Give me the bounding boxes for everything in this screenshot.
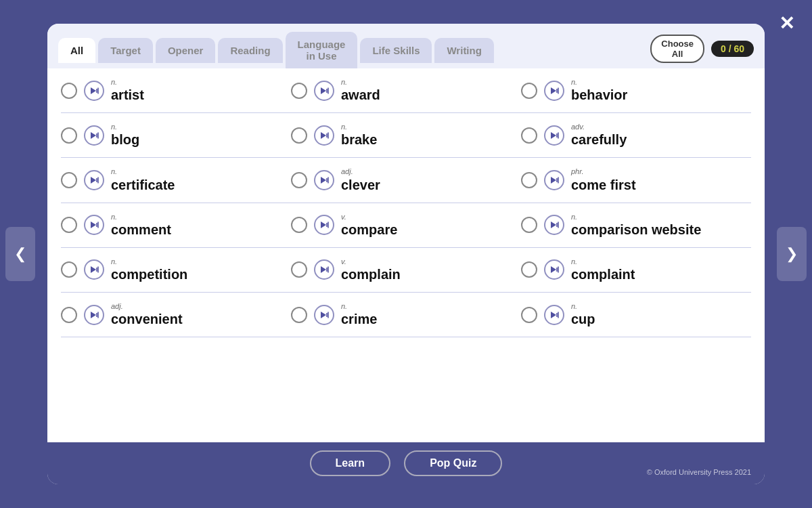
word-select-radio[interactable] [291, 172, 307, 188]
word-pos: n. [111, 257, 187, 266]
word-info: n.brake [341, 123, 377, 148]
word-info: adj.convenient [111, 302, 183, 327]
audio-button[interactable] [314, 170, 334, 190]
audio-button[interactable] [314, 125, 334, 146]
word-info: n.complaint [571, 257, 635, 282]
word-pos: v. [341, 257, 401, 266]
tab-reading[interactable]: Reading [218, 38, 282, 63]
word-text: complain [341, 266, 401, 282]
word-row: n.competition v.complain n.complaint [61, 248, 751, 293]
word-text: complaint [571, 266, 635, 282]
svg-marker-9 [91, 132, 96, 139]
svg-marker-6 [551, 87, 556, 94]
word-info: v.complain [341, 257, 401, 282]
word-info: phr.come first [571, 167, 636, 192]
word-select-radio[interactable] [521, 172, 537, 188]
word-info: adv.carefully [571, 123, 627, 148]
word-item: n.certificate [61, 167, 291, 192]
word-text: convenient [111, 311, 183, 327]
word-select-radio[interactable] [521, 307, 537, 323]
word-select-radio[interactable] [291, 127, 307, 144]
tab-target[interactable]: Target [98, 38, 153, 63]
word-select-radio[interactable] [61, 127, 77, 144]
word-select-radio[interactable] [521, 127, 537, 144]
tab-opener[interactable]: Opener [156, 38, 216, 63]
word-pos: n. [111, 78, 144, 87]
nav-left-button[interactable]: ❮ [5, 227, 35, 281]
pop-quiz-button[interactable]: Pop Quiz [404, 450, 502, 476]
audio-button[interactable] [544, 305, 564, 325]
word-select-radio[interactable] [61, 217, 77, 233]
word-item: n.brake [291, 123, 521, 148]
word-item: n.artist [61, 78, 291, 103]
audio-button[interactable] [84, 305, 104, 325]
word-select-radio[interactable] [291, 261, 307, 278]
svg-marker-48 [321, 312, 326, 318]
svg-marker-33 [551, 221, 556, 228]
tab-all[interactable]: All [58, 38, 95, 63]
word-item: n.comment [61, 213, 291, 238]
svg-marker-12 [321, 132, 326, 139]
audio-button[interactable] [544, 259, 564, 280]
tab-language-in-use[interactable]: Languagein Use [286, 32, 358, 68]
audio-button[interactable] [544, 215, 564, 235]
svg-marker-36 [91, 266, 96, 273]
svg-marker-24 [551, 177, 556, 184]
word-item: phr.come first [521, 167, 751, 192]
word-item: adv.carefully [521, 123, 751, 148]
audio-button[interactable] [544, 81, 564, 101]
word-select-radio[interactable] [61, 83, 77, 99]
audio-button[interactable] [314, 81, 334, 101]
choose-all-button[interactable]: ChooseAll [650, 35, 704, 63]
audio-button[interactable] [314, 305, 334, 325]
audio-button[interactable] [84, 125, 104, 146]
word-info: n.crime [341, 302, 377, 327]
audio-button[interactable] [84, 259, 104, 280]
svg-marker-3 [321, 87, 326, 94]
word-select-radio[interactable] [291, 307, 307, 323]
audio-button[interactable] [314, 259, 334, 280]
word-item: n.crime [291, 302, 521, 327]
audio-button[interactable] [84, 170, 104, 190]
word-pos: v. [341, 213, 397, 221]
tab-life-skills[interactable]: Life Skills [360, 38, 432, 63]
tab-writing[interactable]: Writing [434, 38, 493, 63]
word-select-radio[interactable] [61, 172, 77, 188]
audio-button[interactable] [84, 81, 104, 101]
word-text: comparison website [571, 221, 701, 238]
word-info: n.blog [111, 123, 139, 148]
audio-button[interactable] [314, 215, 334, 235]
word-info: n.comparison website [571, 213, 701, 238]
word-select-radio[interactable] [291, 83, 307, 99]
word-info: n.competition [111, 257, 187, 282]
word-text: crime [341, 311, 377, 327]
word-text: blog [111, 131, 139, 148]
word-row: n.blog n.brake adv.carefully [61, 113, 751, 158]
nav-right-button[interactable]: ❯ [777, 227, 807, 281]
learn-button[interactable]: Learn [310, 450, 391, 476]
word-select-radio[interactable] [291, 217, 307, 233]
word-pos: n. [111, 123, 139, 131]
word-item: adj.convenient [61, 302, 291, 327]
word-select-radio[interactable] [521, 83, 537, 99]
word-pos: adj. [341, 167, 380, 176]
word-row: adj.convenient n.crime n.cup [61, 293, 751, 337]
tab-actions: ChooseAll 0 / 60 [650, 35, 754, 66]
word-select-radio[interactable] [61, 261, 77, 278]
word-item: n.complaint [521, 257, 751, 282]
audio-button[interactable] [84, 215, 104, 235]
close-button[interactable]: ✕ [774, 11, 798, 35]
word-text: competition [111, 266, 187, 282]
word-text: award [341, 87, 380, 103]
word-item: adj.clever [291, 167, 521, 192]
tabs-bar: AllTargetOpenerReadingLanguagein UseLife… [47, 24, 765, 68]
word-text: brake [341, 131, 377, 148]
word-select-radio[interactable] [521, 217, 537, 233]
modal: AllTargetOpenerReadingLanguagein UseLife… [47, 24, 765, 484]
word-item: n.competition [61, 257, 291, 282]
word-select-radio[interactable] [61, 307, 77, 323]
word-select-radio[interactable] [521, 261, 537, 278]
audio-button[interactable] [544, 170, 564, 190]
audio-button[interactable] [544, 125, 564, 146]
word-pos: n. [111, 167, 175, 176]
